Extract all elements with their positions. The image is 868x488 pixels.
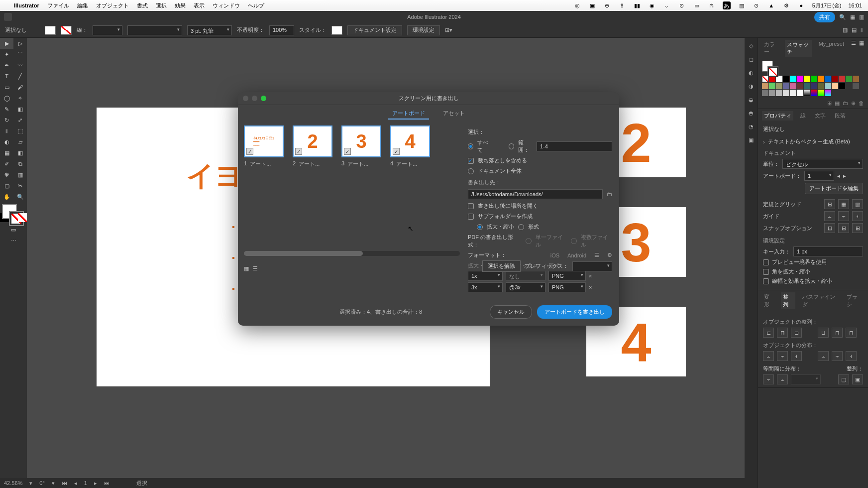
artboard-thumb-3[interactable]: 3✓ 3アート... — [341, 125, 381, 168]
radio-pdf-multi[interactable] — [571, 238, 577, 244]
view-icon[interactable]: ☰ — [851, 40, 856, 57]
curvature-tool-icon[interactable]: 〰 — [13, 60, 27, 71]
format-select-1[interactable]: PNG — [548, 271, 586, 281]
minimize-icon[interactable] — [252, 96, 257, 101]
shape-builder-icon[interactable]: ◐ — [0, 136, 13, 147]
status-icon[interactable]: ▤ — [738, 1, 746, 9]
siri-icon[interactable]: ● — [797, 1, 805, 9]
style-swatch[interactable] — [331, 26, 342, 35]
lasso-tool-icon[interactable]: ⌒ — [13, 49, 27, 60]
dock-icon[interactable]: ◒ — [749, 97, 754, 103]
remove-row-icon[interactable]: × — [589, 284, 597, 290]
guide-icon[interactable]: ⫞ — [852, 211, 863, 221]
status-icon[interactable]: ◎ — [573, 1, 581, 9]
key-input[interactable] — [793, 246, 863, 256]
distribute-icon[interactable]: ⫞ — [846, 351, 857, 361]
align-top-icon[interactable]: ⊔ — [818, 328, 829, 338]
free-transform-icon[interactable]: ⬚ — [13, 125, 27, 136]
prefix-input[interactable] — [572, 261, 612, 271]
type-tool-icon[interactable]: T — [0, 71, 13, 82]
menu-type[interactable]: 書式 — [137, 2, 148, 9]
menu-file[interactable]: ファイル — [47, 2, 69, 9]
distribute-icon[interactable]: ⫟ — [777, 351, 788, 361]
brush-select[interactable] — [127, 25, 182, 35]
panel-tab-color[interactable]: カラー — [762, 40, 780, 57]
slice-tool-icon[interactable]: ✂ — [13, 180, 27, 191]
next-artboard-icon[interactable]: ▸ — [843, 173, 846, 179]
spacing-input[interactable] — [791, 374, 821, 384]
magic-wand-tool-icon[interactable]: ✦ — [0, 49, 13, 60]
artboard-thumb-2[interactable]: 2✓ 2アート... — [293, 125, 332, 168]
status-icon[interactable]: ◉ — [648, 1, 656, 9]
menu-help[interactable]: ヘルプ — [248, 2, 264, 9]
user-icon[interactable]: ▲ — [767, 1, 775, 9]
dock-icon[interactable]: ◐ — [749, 70, 754, 76]
arrange-icon[interactable]: ▦ — [850, 14, 855, 20]
export-button[interactable]: アートボードを書き出し — [537, 305, 612, 319]
menu-object[interactable]: オブジェクト — [96, 2, 129, 9]
eyedropper-tool-icon[interactable]: ✐ — [0, 158, 13, 169]
prev-artboard-icon[interactable]: ◂ — [837, 173, 840, 179]
preview-bounds-checkbox[interactable] — [763, 259, 769, 265]
panel-tab-transform[interactable]: 変形 — [762, 292, 776, 309]
grid-icon[interactable]: ▦ — [838, 199, 849, 209]
swatch-action-icon[interactable]: 🗀 — [843, 100, 848, 107]
status-icon[interactable]: ▣ — [588, 1, 596, 9]
menu-effect[interactable]: 効果 — [175, 2, 186, 9]
width-tool-icon[interactable]: ⫴ — [0, 125, 13, 136]
wifi-icon[interactable]: ⋒ — [708, 1, 716, 9]
edit-toolbar-icon[interactable]: ⋯ — [0, 235, 27, 246]
panel-tab-character[interactable]: 文字 — [813, 111, 828, 121]
artboard-thumb-4[interactable]: 4✓ 4アート... — [390, 125, 430, 168]
ruler-icon[interactable]: ⊞ — [824, 199, 835, 209]
swatch-action-icon[interactable]: ⊞ — [827, 100, 832, 107]
radio-pdf-single[interactable] — [526, 238, 532, 244]
pen-tool-icon[interactable]: ✒ — [0, 60, 13, 71]
direct-select-tool-icon[interactable]: ▷ — [13, 38, 27, 49]
radio-sub-scale[interactable] — [477, 224, 483, 230]
panel-icon[interactable]: ▤ — [852, 27, 857, 33]
hand-tool-icon[interactable]: ✋ — [0, 191, 13, 202]
fill-swatch[interactable] — [45, 26, 56, 35]
snap-icon[interactable]: ⊞ — [852, 223, 863, 233]
workspace-icon[interactable]: ▥ — [859, 14, 864, 20]
doc-setup-button[interactable]: ドキュメント設定 — [347, 25, 402, 35]
battery-icon[interactable]: ▭ — [693, 1, 701, 9]
snap-icon[interactable]: ⊟ — [838, 223, 849, 233]
remove-row-icon[interactable]: × — [589, 273, 597, 279]
nav-next-icon[interactable]: ▸ — [94, 480, 97, 487]
suffix-input-2[interactable]: @3x — [506, 282, 545, 292]
platform-ios[interactable]: iOS — [550, 252, 559, 258]
menu-window[interactable]: ウィンドウ — [213, 2, 240, 9]
panel-tab-stroke[interactable]: 線 — [798, 111, 808, 121]
align-icon[interactable]: ⊞▾ — [445, 27, 452, 33]
share-button[interactable]: 共有 — [814, 12, 835, 22]
perspective-tool-icon[interactable]: ▱ — [13, 136, 27, 147]
gradient-tool-icon[interactable]: ◧ — [13, 147, 27, 158]
deselect-button[interactable]: 選択を解除 — [482, 260, 521, 272]
list-view-icon[interactable]: ☰ — [253, 265, 258, 272]
gear-icon[interactable]: ⚙ — [607, 252, 612, 258]
spacing-icon[interactable]: ⫠ — [777, 374, 788, 384]
format-select-2[interactable]: PNG — [548, 282, 586, 292]
nav-prev-icon[interactable]: ◂ — [74, 480, 77, 487]
transparency-icon[interactable]: ▨ — [852, 199, 863, 209]
thumb-scrollbar[interactable] — [244, 251, 460, 256]
grid-icon[interactable]: ▦ — [859, 40, 864, 57]
blend-tool-icon[interactable]: ⧉ — [13, 158, 27, 169]
scale-tool-icon[interactable]: ⤢ — [13, 115, 27, 125]
rotation[interactable]: 0° — [39, 480, 45, 486]
folder-icon[interactable]: 🗀 — [607, 191, 612, 197]
platform-android[interactable]: Android — [567, 252, 586, 258]
rotate-tool-icon[interactable]: ↻ — [0, 115, 13, 125]
stroke-profile-select[interactable]: 3 pt. 丸筆 — [187, 25, 232, 35]
swatch-action-icon[interactable]: ⊕ — [851, 100, 856, 107]
control-center-icon[interactable]: ⚙ — [782, 1, 790, 9]
unit-select[interactable]: ピクセル — [782, 159, 863, 169]
status-icon[interactable]: ⊕ — [603, 1, 611, 9]
swatch-action-icon[interactable]: 🗑 — [859, 100, 864, 107]
panel-tab-brushes[interactable]: ブラシ — [845, 292, 864, 309]
align-to-icon[interactable]: ▢ — [838, 374, 849, 384]
cancel-button[interactable]: キャンセル — [490, 305, 532, 319]
artboard-thumb-1[interactable]: ｲﾖﾒｶﾒｶ日品1━━━━━━✓ 1アート... — [244, 125, 284, 168]
